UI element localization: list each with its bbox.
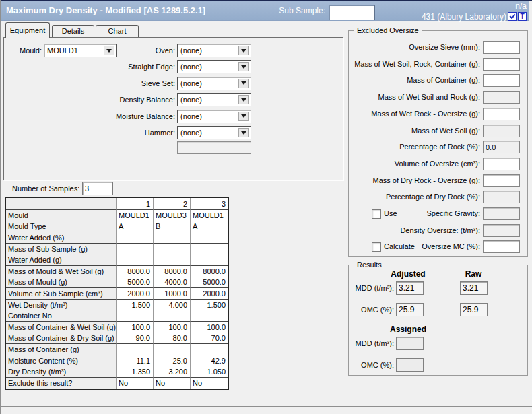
cell-mass-of-container-dry-soil-g-col1[interactable]: 90.0 (117, 333, 154, 345)
sub-sample-input[interactable] (329, 5, 375, 20)
cell-container-no-col1[interactable] (117, 310, 154, 322)
cell-mass-of-container-g-col2[interactable] (154, 344, 191, 355)
cell-volume-of-sub-sample-cm-col1[interactable]: 2000.0 (117, 288, 154, 300)
volume-of-oversize-cm-label: Volume of Oversize (cm³): (349, 158, 480, 170)
cell-exclude-this-result-col2[interactable]: No (154, 378, 191, 389)
cell-water-added-col1[interactable] (117, 232, 154, 244)
assigned-omc-input[interactable] (396, 358, 424, 372)
cell-exclude-this-result-col1[interactable]: No (117, 378, 154, 389)
chevron-down-icon[interactable] (238, 128, 249, 137)
cell-mass-of-container-g-col3[interactable] (191, 344, 228, 355)
hammer-label: Hammer: (71, 126, 175, 139)
cell-mould-type-col2[interactable]: B (154, 221, 191, 233)
cell-mass-of-mould-wet-soil-g-col2[interactable]: 8000.0 (154, 266, 191, 277)
cell-mass-of-sub-sample-g-col1[interactable] (117, 244, 154, 255)
excluded-oversize-legend: Excluded Oversize (354, 26, 422, 35)
straight-edge-select[interactable]: (none) (177, 60, 251, 73)
cell-mass-of-container-wet-soil-g-col2[interactable]: 100.0 (154, 322, 191, 333)
mass-of-dry-rock-oversize-g-label: Mass of Dry Rock - Oversize (g): (349, 174, 480, 187)
cell-water-added-g-col2[interactable] (154, 254, 191, 266)
oversize-mc-input[interactable] (483, 240, 520, 253)
row-label-mass-of-mould-wet-soil-g: Mass of Mould & Wet Soil (g) (6, 266, 117, 277)
raw-mdd-value: 3.21 (460, 281, 488, 295)
cell-mass-of-sub-sample-g-col2[interactable] (154, 244, 191, 255)
number-of-samples-input[interactable]: 3 (82, 182, 113, 195)
mass-of-container-g-input[interactable] (483, 74, 520, 87)
cell-mould-col2[interactable]: MOULD3 (154, 210, 191, 221)
mass-of-dry-rock-oversize-g-input[interactable] (483, 174, 520, 187)
cell-mould-col3[interactable]: MOULD1 (191, 210, 228, 221)
specific-gravity-input (483, 207, 520, 220)
titlebar-t-button[interactable]: T (518, 12, 527, 21)
oven-label: Oven: (71, 44, 175, 57)
row-label-volume-of-sub-sample-cm: Volume of Sub Sample (cm³) (6, 288, 117, 300)
cell-mass-of-sub-sample-g-col3[interactable] (191, 244, 228, 255)
cell-mass-of-mould-wet-soil-g-col1[interactable]: 8000.0 (117, 266, 154, 277)
oversize-sieve-mm-input[interactable] (483, 41, 520, 54)
cell-mould-col1[interactable]: MOULD1 (117, 210, 154, 221)
chevron-down-icon[interactable] (238, 62, 249, 71)
chevron-down-icon[interactable] (238, 46, 249, 55)
cell-mass-of-mould-g-col3[interactable]: 5000.0 (191, 277, 228, 289)
moisture-balance-select[interactable]: (none) (177, 110, 251, 123)
tab-details[interactable]: Details (52, 25, 94, 37)
cell-container-no-col2[interactable] (154, 310, 191, 322)
cell-mass-of-container-wet-soil-g-col3[interactable]: 100.0 (191, 322, 228, 333)
cell-mass-of-mould-g-col2[interactable]: 4000.0 (154, 277, 191, 289)
assigned-mdd-input[interactable] (396, 337, 424, 350)
oven-select[interactable]: (none) (177, 44, 251, 57)
sieve-set-label: Sieve Set: (71, 77, 175, 90)
sub-sample-label: Sub Sample: (256, 1, 325, 20)
cell-volume-of-sub-sample-cm-col3[interactable]: 2000.0 (191, 288, 228, 300)
mass-of-wet-rock-oversize-g-input[interactable] (483, 108, 520, 120)
cell-mass-of-container-dry-soil-g-col3[interactable]: 70.0 (191, 333, 228, 345)
table-header-col-3: 3 (191, 198, 228, 210)
density-oversize-t-m-input (483, 224, 520, 237)
chevron-down-icon[interactable] (238, 112, 249, 121)
hammer-select[interactable]: (none) (177, 126, 251, 139)
cell-wet-density-t-m-col3[interactable]: 1.500 (191, 300, 228, 311)
oven-select-value: (none) (180, 44, 202, 57)
mass-of-wet-soil-rock-container-g-input[interactable] (483, 58, 520, 71)
cell-mass-of-container-dry-soil-g-col2[interactable]: 80.0 (154, 333, 191, 345)
cell-moisture-content-col3[interactable]: 42.9 (191, 355, 228, 367)
oversize-sieve-mm-label: Oversize Sieve (mm): (349, 41, 480, 54)
equipment-panel: Mould: MOULD1Oven:(none)Straight Edge:(n… (3, 37, 343, 180)
cell-mould-type-col3[interactable]: A (191, 221, 228, 233)
chevron-down-icon[interactable] (238, 79, 249, 88)
titlebar-checkbox[interactable] (508, 12, 517, 21)
density-balance-select[interactable]: (none) (177, 93, 251, 106)
straight-edge-select-value: (none) (180, 61, 202, 73)
cell-wet-density-t-m-col1[interactable]: 1.500 (117, 300, 154, 311)
cell-water-added-g-col1[interactable] (117, 254, 154, 266)
cell-exclude-this-result-col3[interactable]: No (191, 378, 228, 389)
density-oversize-t-m-label: Density Oversize: (t/m³): (349, 224, 480, 237)
cell-water-added-g-col3[interactable] (191, 254, 228, 266)
cell-mass-of-mould-g-col1[interactable]: 5000.0 (117, 277, 154, 289)
cell-mass-of-container-g-col1[interactable] (117, 344, 154, 355)
tab-equipment[interactable]: Equipment (5, 22, 50, 38)
cell-water-added-col2[interactable] (154, 232, 191, 244)
chevron-down-icon[interactable] (238, 95, 249, 104)
sieve-set-select[interactable]: (none) (177, 77, 251, 90)
percentage-of-rock-label: Percentage of Rock (%): (349, 141, 480, 153)
cell-mass-of-container-wet-soil-g-col1[interactable]: 100.0 (117, 322, 154, 333)
row-label-mass-of-container-dry-soil-g: Mass of Container & Dry Soil (g) (6, 333, 117, 345)
tab-chart[interactable]: Chart (96, 25, 139, 37)
mass-of-wet-soil-g-input (483, 125, 520, 137)
cell-dry-density-t-m-col3[interactable]: 1.050 (191, 366, 228, 378)
cell-mass-of-mould-wet-soil-g-col3[interactable]: 8000.0 (191, 266, 228, 277)
cell-water-added-col3[interactable] (191, 232, 228, 244)
cell-dry-density-t-m-col2[interactable]: 3.200 (154, 366, 191, 378)
volume-of-oversize-cm-input[interactable] (483, 158, 520, 170)
cell-dry-density-t-m-col1[interactable]: 1.350 (117, 366, 154, 378)
percentage-of-dry-rock-label: Percentage of Dry Rock (%): (349, 191, 480, 203)
cell-container-no-col3[interactable] (191, 310, 228, 322)
cell-moisture-content-col1[interactable]: 11.1 (117, 355, 154, 367)
cell-wet-density-t-m-col2[interactable]: 4.000 (154, 300, 191, 311)
mass-of-wet-soil-and-rock-g-label: Mass of Wet Soil and Rock (g): (349, 91, 480, 104)
cell-mould-type-col1[interactable]: A (117, 221, 154, 233)
cell-moisture-content-col2[interactable]: 25.0 (154, 355, 191, 367)
cell-volume-of-sub-sample-cm-col2[interactable]: 1000.0 (154, 288, 191, 300)
density-balance-label: Density Balance: (71, 93, 175, 106)
